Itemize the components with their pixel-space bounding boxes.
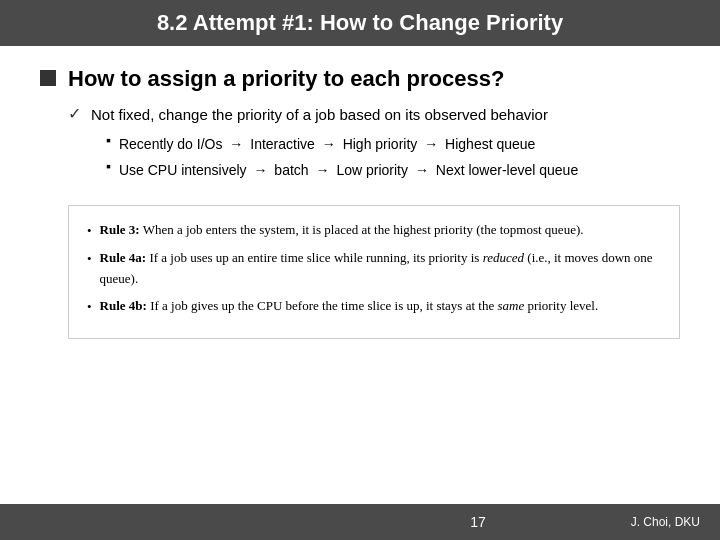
sub-heading: Not fixed, change the priority of a job … [91, 104, 548, 127]
sub-bullet: ✓ Not fixed, change the priority of a jo… [68, 104, 680, 127]
checkmark-icon: ✓ [68, 104, 81, 123]
attribution: J. Choi, DKU [631, 515, 700, 529]
io-bullet: ▪ Recently do I/Os → Interactive → High … [106, 133, 680, 155]
rule4b-bullet: • [87, 296, 92, 318]
content-area: How to assign a priority to each process… [0, 46, 720, 504]
sub-bullet-container: ✓ Not fixed, change the priority of a jo… [68, 104, 680, 185]
cpu-bullet: ▪ Use CPU intensively → batch → Low prio… [106, 159, 680, 181]
slide-title: 8.2 Attempt #1: How to Change Priority [30, 10, 690, 36]
rule4b-text: Rule 4b: If a job gives up the CPU befor… [100, 296, 599, 317]
rule4a-item: • Rule 4a: If a job uses up an entire ti… [87, 248, 661, 290]
cpu-bullet-text: Use CPU intensively → batch → Low priori… [119, 159, 578, 181]
dash-icon-2: ▪ [106, 159, 111, 175]
rules-box: • Rule 3: When a job enters the system, … [68, 205, 680, 339]
page-number: 17 [325, 514, 630, 530]
rule3-text: Rule 3: When a job enters the system, it… [100, 220, 584, 241]
title-bar: 8.2 Attempt #1: How to Change Priority [0, 0, 720, 46]
rule4b-item: • Rule 4b: If a job gives up the CPU bef… [87, 296, 661, 318]
sub-sub-bullets: ▪ Recently do I/Os → Interactive → High … [106, 133, 680, 182]
square-bullet-icon [40, 70, 56, 86]
rule4a-text: Rule 4a: If a job uses up an entire time… [100, 248, 661, 290]
io-bullet-text: Recently do I/Os → Interactive → High pr… [119, 133, 535, 155]
rule3-bullet: • [87, 220, 92, 242]
footer: 17 J. Choi, DKU [0, 504, 720, 540]
main-question: How to assign a priority to each process… [68, 66, 504, 92]
dash-icon-1: ▪ [106, 133, 111, 149]
rule4a-bullet: • [87, 248, 92, 270]
slide: 8.2 Attempt #1: How to Change Priority H… [0, 0, 720, 540]
main-bullet: How to assign a priority to each process… [40, 66, 680, 92]
rule3-item: • Rule 3: When a job enters the system, … [87, 220, 661, 242]
